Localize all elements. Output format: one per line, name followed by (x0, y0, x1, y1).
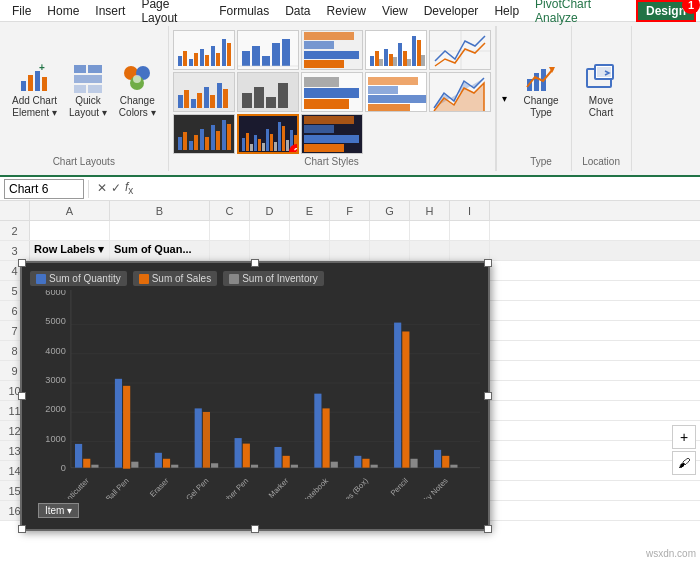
svg-rect-43 (393, 57, 397, 66)
chart-styles-grid: 2 (173, 30, 491, 154)
svg-rect-8 (74, 85, 86, 93)
cell[interactable] (290, 221, 330, 240)
chart-style-6[interactable] (173, 72, 235, 112)
cell[interactable] (290, 241, 330, 260)
chart-legend: Sum of Quantity Sum of Sales Sum of Inve… (30, 271, 480, 286)
menu-formulas[interactable]: Formulas (211, 2, 277, 20)
svg-rect-143 (251, 465, 258, 468)
svg-rect-78 (178, 137, 182, 150)
svg-rect-89 (242, 138, 245, 151)
svg-rect-150 (354, 456, 361, 468)
cell[interactable] (370, 221, 410, 240)
spreadsheet-rows: 2 3 Row Labels ▾ Sum of Quan... (0, 221, 700, 521)
cancel-formula-icon[interactable]: ✕ (97, 181, 107, 195)
confirm-formula-icon[interactable]: ✓ (111, 181, 121, 195)
svg-rect-145 (283, 456, 290, 468)
menu-file[interactable]: File (4, 2, 39, 20)
cell[interactable]: Row Labels ▾ (30, 241, 110, 260)
menu-insert[interactable]: Insert (87, 2, 133, 20)
cell[interactable] (110, 221, 210, 240)
col-header-h[interactable]: H (410, 201, 450, 220)
svg-rect-64 (254, 87, 264, 108)
menu-pivotchart-analyze[interactable]: PivotChart Analyze (527, 0, 636, 27)
ribbon: + Add ChartElement ▾ QuickLayout ▾ (0, 22, 700, 177)
cell[interactable] (210, 221, 250, 240)
cell[interactable] (30, 221, 110, 240)
add-chart-element-sidebar-button[interactable]: + (672, 425, 696, 449)
change-type-button[interactable]: ChangeType (520, 61, 563, 121)
menu-design[interactable]: Design 1 (636, 0, 696, 22)
cell[interactable] (250, 221, 290, 240)
item-filter-button[interactable]: Item ▾ (38, 503, 79, 518)
chart-style-13[interactable] (301, 114, 363, 154)
chart-style-8[interactable] (301, 72, 363, 112)
svg-rect-66 (278, 83, 288, 108)
col-header-b[interactable]: B (110, 201, 210, 220)
chart-style-7[interactable] (237, 72, 299, 112)
ribbon-scroll-right[interactable]: ▾ (496, 26, 512, 171)
chart-style-3[interactable] (301, 30, 363, 70)
chart-style-1[interactable] (173, 30, 235, 70)
col-header-d[interactable]: D (250, 201, 290, 220)
svg-rect-84 (211, 125, 215, 150)
col-header-e[interactable]: E (290, 201, 330, 220)
quick-layout-icon (72, 63, 104, 95)
menu-home[interactable]: Home (39, 2, 87, 20)
insert-function-icon[interactable]: fx (125, 180, 133, 196)
menu-developer[interactable]: Developer (416, 2, 487, 20)
chart-style-2[interactable] (237, 30, 299, 70)
change-colors-button[interactable]: ChangeColors ▾ (115, 61, 160, 121)
chart-style-9[interactable] (365, 72, 427, 112)
quick-layout-button[interactable]: QuickLayout ▾ (65, 61, 111, 121)
svg-rect-75 (368, 77, 418, 85)
add-chart-element-button[interactable]: + Add ChartElement ▾ (8, 61, 61, 121)
svg-text:Higher Pen: Higher Pen (217, 476, 250, 499)
chart-style-5[interactable] (429, 30, 491, 70)
legend-label-quantity: Sum of Quantity (49, 273, 121, 284)
svg-text:Ball Pen: Ball Pen (104, 476, 130, 499)
design-badge: 1 (682, 0, 700, 14)
cell[interactable] (370, 241, 410, 260)
svg-rect-63 (242, 93, 252, 108)
menu-help[interactable]: Help (486, 2, 527, 20)
cell[interactable] (330, 241, 370, 260)
chart-style-11[interactable] (173, 114, 235, 154)
cell[interactable] (450, 241, 490, 260)
cell[interactable] (330, 221, 370, 240)
cell[interactable] (410, 241, 450, 260)
menu-view[interactable]: View (374, 2, 416, 20)
legend-dot-inventory (229, 274, 239, 284)
svg-rect-107 (304, 116, 354, 124)
cell[interactable]: Sum of Quan... (110, 241, 210, 260)
svg-rect-95 (266, 129, 269, 151)
chart-style-4[interactable] (365, 30, 427, 70)
svg-text:Notebook: Notebook (301, 476, 331, 499)
name-box[interactable] (4, 179, 84, 199)
svg-rect-73 (368, 104, 410, 112)
menu-review[interactable]: Review (319, 2, 374, 20)
change-colors-icon (121, 63, 153, 95)
col-header-i[interactable]: I (450, 201, 490, 220)
move-chart-button[interactable]: MoveChart (581, 61, 621, 121)
cell[interactable] (250, 241, 290, 260)
chart-overlay[interactable]: Sum of Quantity Sum of Sales Sum of Inve… (20, 261, 490, 531)
cell[interactable] (210, 241, 250, 260)
svg-rect-130 (83, 459, 90, 468)
chart-style-12-selected[interactable]: 2 (237, 114, 299, 154)
svg-text:Eraser: Eraser (148, 476, 171, 499)
menu-page-layout[interactable]: Page Layout (133, 0, 211, 27)
cell[interactable] (450, 221, 490, 240)
col-header-c[interactable]: C (210, 201, 250, 220)
formula-input[interactable] (141, 182, 696, 196)
svg-rect-3 (42, 77, 47, 91)
col-header-g[interactable]: G (370, 201, 410, 220)
col-header-a[interactable]: A (30, 201, 110, 220)
svg-rect-92 (254, 135, 257, 151)
svg-text:Anticutter: Anticutter (62, 476, 91, 499)
col-header-f[interactable]: F (330, 201, 370, 220)
menu-data[interactable]: Data (277, 2, 318, 20)
brush-tool-button[interactable]: 🖌 (672, 451, 696, 475)
chart-style-10[interactable] (429, 72, 491, 112)
cell[interactable] (410, 221, 450, 240)
svg-rect-146 (291, 465, 298, 468)
